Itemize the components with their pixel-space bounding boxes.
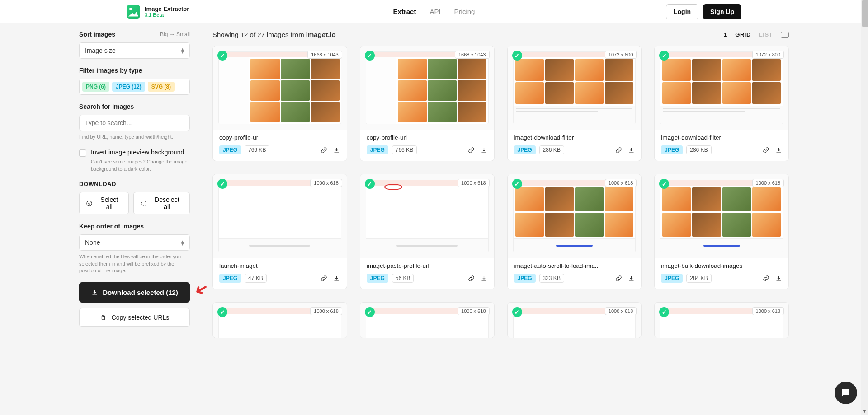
image-card[interactable]: ✓ 1000 x 618 imaget-auto-scroll-to-load-…: [507, 174, 642, 289]
nav-extract[interactable]: Extract: [393, 8, 416, 15]
select-all-button[interactable]: Select all: [79, 192, 129, 214]
filetype-badge: JPEG: [661, 145, 683, 154]
image-card[interactable]: ✓ 1000 x 618: [507, 302, 642, 338]
card-preview: ✓ 1072 x 800: [508, 46, 642, 130]
top-nav: Extract API Pricing: [393, 8, 475, 15]
keep-order-hint: When enabled the files will be in the or…: [79, 253, 190, 274]
sort-order[interactable]: Big → Small: [160, 31, 190, 37]
deselect-all-label: Deselect all: [151, 196, 183, 210]
filter-label: Filter images by type: [79, 67, 190, 74]
image-card[interactable]: ✓ 1668 x 1043 copy-profile-url JPEG 766 …: [212, 46, 347, 161]
card-title: launch-imaget: [219, 262, 340, 269]
keep-order-select[interactable]: None ▴▾: [79, 234, 190, 251]
nav-pricing[interactable]: Pricing: [454, 8, 475, 15]
download-icon[interactable]: [481, 275, 488, 282]
search-input[interactable]: [79, 115, 190, 131]
view-list-toggle[interactable]: LIST: [759, 31, 773, 38]
signup-button[interactable]: Sign Up: [703, 4, 741, 19]
image-card[interactable]: ✓ 1000 x 618: [654, 302, 789, 338]
selected-check-icon[interactable]: ✓: [365, 307, 375, 317]
selected-check-icon[interactable]: ✓: [365, 51, 375, 61]
image-card[interactable]: ✓ 1072 x 800 imaget-download-filter JPEG…: [654, 46, 789, 161]
download-selected-button[interactable]: Download selected (12): [79, 282, 190, 303]
scroll-thumb[interactable]: [862, 0, 868, 27]
card-preview: ✓ 1000 x 618: [360, 174, 494, 258]
deselect-all-button[interactable]: Deselect all: [133, 192, 190, 214]
selected-check-icon[interactable]: ✓: [217, 51, 227, 61]
link-icon[interactable]: [321, 275, 328, 282]
login-button[interactable]: Login: [666, 4, 698, 19]
copy-urls-button[interactable]: Copy selected URLs: [79, 308, 190, 327]
image-card[interactable]: ✓ 1000 x 618 imaget-paste-profile-url JP…: [360, 174, 495, 289]
selected-check-icon[interactable]: ✓: [512, 179, 522, 189]
dimension-badge: 1000 x 618: [605, 307, 637, 315]
chevron-updown-icon: ▴▾: [181, 240, 184, 246]
card-title: imaget-paste-profile-url: [367, 262, 488, 269]
source-domain: imaget.io: [306, 31, 336, 38]
card-title: imaget-auto-scroll-to-load-ima...: [514, 262, 635, 269]
image-card[interactable]: ✓ 1000 x 618 launch-imaget JPEG 47 KB: [212, 174, 347, 289]
view-grid-toggle[interactable]: GRID: [735, 31, 751, 38]
app-title: Image Extractor: [145, 5, 189, 12]
dimension-badge: 1000 x 618: [752, 179, 784, 187]
copy-urls-label: Copy selected URLs: [112, 314, 170, 321]
filetype-badge: JPEG: [514, 145, 536, 154]
card-preview: ✓ 1000 x 618: [360, 303, 494, 338]
chevron-updown-icon: ▴▾: [181, 47, 184, 53]
link-icon[interactable]: [615, 146, 622, 154]
sort-select[interactable]: Image size ▴▾: [79, 42, 190, 59]
download-icon[interactable]: [333, 275, 340, 282]
chip-png[interactable]: PNG (6): [82, 82, 109, 92]
keep-order-value: None: [85, 239, 100, 246]
search-hint: Find by URL, name, type and width/height…: [79, 134, 190, 140]
image-card[interactable]: ✓ 1000 x 618: [360, 302, 495, 338]
filesize-badge: 323 KB: [539, 274, 564, 283]
card-preview: ✓ 1000 x 618: [213, 303, 347, 338]
card-preview: ✓ 1000 x 618: [508, 174, 642, 258]
download-icon[interactable]: [627, 146, 635, 154]
selected-check-icon[interactable]: ✓: [217, 307, 227, 317]
link-icon[interactable]: [468, 146, 475, 154]
keep-order-label: Keep order of images: [79, 223, 190, 230]
chip-jpeg[interactable]: JPEG (12): [112, 82, 145, 92]
link-icon[interactable]: [615, 275, 622, 282]
filesize-badge: 56 KB: [392, 274, 414, 283]
link-icon[interactable]: [468, 275, 475, 282]
card-preview: ✓ 1000 x 618: [655, 174, 788, 258]
download-icon[interactable]: [627, 275, 635, 282]
filetype-badge: JPEG: [661, 274, 683, 283]
download-icon[interactable]: [481, 146, 488, 154]
resize-icon[interactable]: [781, 32, 789, 38]
scrollbar[interactable]: ▲ ▼: [861, 0, 868, 356]
dimension-badge: 1000 x 618: [310, 179, 342, 187]
card-preview: ✓ 1668 x 1043: [360, 46, 494, 130]
chip-svg[interactable]: SVG (8): [148, 82, 175, 92]
link-icon[interactable]: [762, 146, 769, 154]
card-preview: ✓ 1000 x 618: [213, 174, 347, 258]
svg-point-1: [141, 201, 146, 206]
image-card[interactable]: ✓ 1000 x 618 imaget-bulk-download-images…: [654, 174, 789, 289]
svg-point-0: [87, 201, 92, 206]
filesize-badge: 286 KB: [686, 145, 711, 154]
selected-check-icon[interactable]: ✓: [217, 179, 227, 189]
link-icon[interactable]: [321, 146, 328, 154]
image-card[interactable]: ✓ 1072 x 800 imaget-download-filter JPEG…: [507, 46, 642, 161]
download-icon[interactable]: [775, 146, 782, 154]
image-card[interactable]: ✓ 1000 x 618: [212, 302, 347, 338]
image-grid: ✓ 1668 x 1043 copy-profile-url JPEG 766 …: [212, 46, 789, 338]
download-icon[interactable]: [775, 275, 782, 282]
filter-chips: PNG (6) JPEG (12) SVG (8): [79, 79, 190, 95]
nav-api[interactable]: API: [429, 8, 440, 15]
logo-block[interactable]: Image Extractor 3.1 Beta: [127, 5, 189, 19]
dimension-badge: 1072 x 800: [752, 51, 784, 59]
selected-check-icon[interactable]: ✓: [512, 307, 522, 317]
selected-check-icon[interactable]: ✓: [365, 179, 375, 189]
page-number[interactable]: 1: [724, 31, 727, 38]
search-label: Search for images: [79, 103, 190, 110]
dimension-badge: 1072 x 800: [605, 51, 637, 59]
link-icon[interactable]: [762, 275, 769, 282]
invert-checkbox[interactable]: [79, 149, 86, 157]
selected-check-icon[interactable]: ✓: [512, 51, 522, 61]
download-icon[interactable]: [333, 146, 340, 154]
image-card[interactable]: ✓ 1668 x 1043 copy-profile-url JPEG 766 …: [360, 46, 495, 161]
